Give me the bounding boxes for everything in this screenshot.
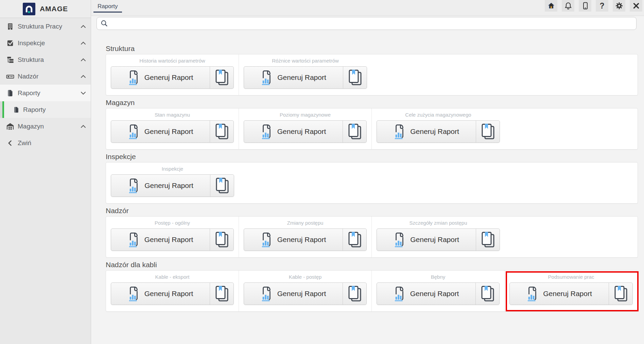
generate-report-button[interactable]: Generuj Raport (244, 121, 343, 142)
generate-report-label: Generuj Raport (277, 127, 326, 136)
generate-report-label: Generuj Raport (410, 290, 459, 298)
report-card: Szczegóły zmian postępu Generuj Raport (372, 217, 505, 257)
sidebar-item-inspekcje[interactable]: Inspekcje (0, 35, 91, 51)
report-card-title: Kable - postęp (239, 274, 371, 280)
report-chart-icon (394, 124, 405, 139)
section-heading: Nadzór dla kabli (106, 260, 638, 269)
generate-report-button[interactable]: Generuj Raport (510, 283, 609, 305)
report-card-title: Różnice wartości parametrów (239, 58, 372, 64)
report-template-bookmark-icon (481, 231, 495, 248)
report-card: Cele zużycia magazynowego Generuj Raport (372, 108, 505, 149)
mobile-device-icon (581, 2, 589, 10)
report-card-title: Zmiany postępu (239, 220, 371, 226)
report-card-title: Cele zużycia magazynowego (372, 112, 505, 118)
report-template-bookmark-icon (215, 177, 229, 194)
help-icon: ? (599, 2, 604, 10)
section-struktura: Struktura Historia wartości parametrów G… (106, 44, 638, 96)
generate-report-button[interactable]: Generuj Raport (377, 283, 476, 305)
report-template-button[interactable] (210, 229, 233, 251)
sidebar-item-raporty[interactable]: Raporty (0, 85, 91, 101)
settings-button[interactable] (613, 0, 625, 12)
report-template-button[interactable] (343, 121, 366, 142)
report-template-button[interactable] (476, 283, 499, 305)
generate-report-button[interactable]: Generuj Raport (244, 229, 343, 251)
report-template-bookmark-icon (348, 123, 362, 140)
report-card-title: Poziomy magazynowe (239, 112, 371, 118)
sidebar-item-zwin-collapse[interactable]: Zwiń (0, 135, 91, 151)
report-template-button[interactable] (210, 283, 233, 305)
generate-report-button[interactable]: Generuj Raport (111, 229, 210, 251)
sidebar-item-label: Raporty (23, 106, 86, 114)
generate-report-label: Generuj Raport (144, 127, 193, 136)
generate-report-label: Generuj Raport (144, 290, 193, 298)
home-button[interactable] (545, 0, 557, 12)
section-panel: Kable - eksport Generuj Raport (106, 270, 638, 312)
report-template-button[interactable] (210, 121, 233, 142)
report-card: Postęp - ogólny Generuj Raport (106, 217, 239, 257)
sidebar-item-nadzor[interactable]: Nadzór (0, 68, 91, 85)
sidebar-subitem-raporty[interactable]: Raporty (0, 101, 91, 118)
report-template-button[interactable] (343, 283, 366, 305)
report-template-button[interactable] (210, 175, 234, 196)
search-icon (101, 20, 108, 27)
sidebar-item-struktura[interactable]: Struktura (0, 51, 91, 68)
report-template-bookmark-icon (215, 69, 229, 86)
sidebar-item-label: Zwiń (18, 139, 86, 147)
sidebar-item-label: Struktura Pracy (18, 23, 77, 30)
generate-report-button[interactable]: Generuj Raport (111, 67, 210, 88)
notifications-button[interactable] (562, 0, 574, 12)
report-chart-icon (128, 70, 139, 85)
report-template-button[interactable] (476, 229, 500, 251)
report-card-title: Bębny (372, 274, 504, 280)
chevron-up-icon (81, 25, 86, 28)
generate-report-button[interactable]: Generuj Raport (111, 175, 210, 196)
search-input[interactable] (111, 20, 636, 27)
help-button[interactable]: ? (596, 0, 608, 12)
sidebar-item-struktura-pracy[interactable]: Struktura Pracy (0, 18, 91, 35)
topbar-icons: ? (545, 0, 642, 12)
report-card: Bębny Generuj Raport (372, 271, 505, 311)
mobile-device-button[interactable] (579, 0, 591, 12)
report-card: Poziomy magazynowe Generuj Raport (239, 108, 372, 149)
sidebar-item-magazyn[interactable]: Magazyn (0, 118, 91, 135)
main-area: Raporty ? (91, 0, 644, 344)
report-card-title: Historia wartości parametrów (106, 58, 239, 64)
section-magazyn: Magazyn Stan magazynu Generuj Raport (106, 98, 638, 150)
generate-report-button[interactable]: Generuj Raport (111, 283, 210, 305)
app-logo-bar: AMAGE (0, 0, 91, 18)
generate-report-button[interactable]: Generuj Raport (111, 121, 210, 142)
report-card-actions: Generuj Raport (111, 228, 234, 251)
report-card-title: Stan magazynu (106, 112, 239, 118)
report-template-button[interactable] (343, 67, 367, 88)
section-heading: Magazyn (106, 98, 638, 107)
close-button[interactable] (630, 0, 642, 12)
report-template-button[interactable] (343, 229, 366, 251)
sidebar-item-label: Struktura (18, 56, 77, 64)
report-template-button[interactable] (210, 67, 233, 88)
report-template-bookmark-icon (215, 123, 229, 140)
tab-raporty[interactable]: Raporty (93, 0, 122, 13)
generate-report-button[interactable]: Generuj Raport (244, 67, 343, 88)
report-template-button[interactable] (609, 283, 632, 305)
building-icon (6, 22, 15, 31)
generate-report-button[interactable]: Generuj Raport (377, 121, 476, 142)
generate-report-button[interactable]: Generuj Raport (244, 283, 343, 305)
report-card-actions: Generuj Raport (377, 228, 500, 251)
supervision-badge-icon (6, 72, 15, 81)
report-book-icon (6, 89, 15, 97)
report-card: Zmiany postępu Generuj Raport (239, 217, 372, 257)
report-chart-icon (261, 124, 272, 139)
section-panel: Historia wartości parametrów Generuj Rap… (106, 54, 638, 96)
generate-report-button[interactable]: Generuj Raport (377, 229, 476, 251)
generate-report-label: Generuj Raport (277, 290, 326, 298)
report-card-title: Podsumowanie prac (505, 274, 638, 280)
chevron-up-icon (81, 41, 86, 45)
report-card-title: Szczegóły zmian postępu (372, 220, 505, 226)
section-panel: Postęp - ogólny Generuj Raport (106, 216, 638, 258)
report-card-actions: Generuj Raport (377, 282, 500, 305)
report-card-actions: Generuj Raport (244, 66, 367, 89)
report-template-button[interactable] (476, 121, 500, 142)
report-card-actions: Generuj Raport (244, 120, 367, 143)
report-template-bookmark-icon (215, 231, 229, 248)
chevron-up-icon (81, 58, 86, 62)
